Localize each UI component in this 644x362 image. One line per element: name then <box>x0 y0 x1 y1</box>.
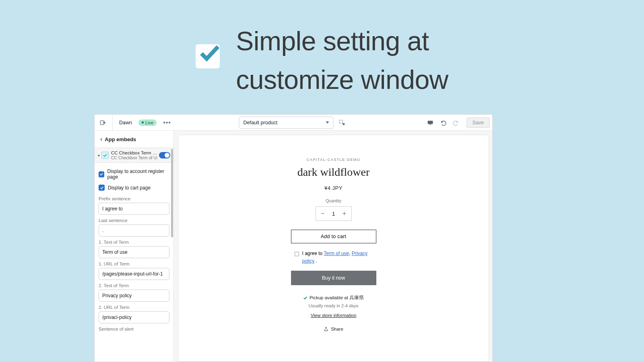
more-icon[interactable]: ••• <box>163 119 171 126</box>
redo-icon[interactable] <box>450 117 462 128</box>
term1-text-input[interactable]: Term of use <box>99 246 169 258</box>
theme-name: Dawn <box>119 120 132 125</box>
chevron-down-icon <box>326 121 329 123</box>
live-badge: Live <box>138 119 157 126</box>
agree-checkbox[interactable] <box>295 252 299 256</box>
inspector-icon[interactable] <box>337 117 348 128</box>
scrollbar[interactable] <box>171 149 173 237</box>
save-button[interactable]: Save <box>466 117 490 128</box>
sidebar-header: ‹ App embeds <box>95 131 173 148</box>
checkbox-icon <box>99 185 105 191</box>
checkbox-label: Display to cart page <box>108 185 151 191</box>
share-label: Share <box>331 327 343 331</box>
hero-line1: Simple setting at <box>236 22 448 61</box>
quantity-value: 1 <box>330 211 338 217</box>
embed-title: CC Checkbox Term of… <box>111 150 157 155</box>
prefix-input[interactable]: I agree to <box>99 203 169 215</box>
product-title: dark wildflower <box>297 166 370 179</box>
template-selector[interactable]: Default product <box>239 117 334 129</box>
chevron-down-icon: ▾ <box>98 153 100 158</box>
hero-headline: Simple setting at customize window <box>236 22 448 99</box>
field-label: 2. URL of Term <box>99 305 169 310</box>
field-label: 2. Text of Term <box>99 283 169 288</box>
share-button[interactable]: Share <box>324 327 343 331</box>
checkbox-register-page[interactable]: Display to account register page <box>99 166 169 182</box>
product-price: ¥4 JPY <box>324 185 343 191</box>
customize-window: Dawn Live ••• Default product Save <box>94 114 493 362</box>
term1-url-input[interactable]: /pages/please-input-url-for-1 <box>99 268 169 280</box>
quantity-plus[interactable]: + <box>338 210 351 217</box>
checkbox-cart-page[interactable]: Display to cart page <box>99 182 169 193</box>
checkbox-icon <box>99 171 104 177</box>
template-selector-label: Default product <box>244 120 278 125</box>
store-brand: CAPITAL-CASTLE-DEMO <box>307 158 360 162</box>
pickup-availability: Pickup available at 兵庫県 <box>303 295 364 301</box>
svg-rect-2 <box>427 121 433 124</box>
field-label: Last sentence <box>99 218 169 223</box>
last-sentence-input[interactable]: . <box>99 224 169 237</box>
buy-now-button[interactable]: Buy it now <box>291 271 376 285</box>
term1-link[interactable]: Term of use <box>324 251 349 256</box>
field-label: 1. Text of Term <box>99 240 169 245</box>
quantity-minus[interactable]: − <box>316 210 330 217</box>
embed-toggle[interactable] <box>159 152 170 158</box>
back-icon[interactable]: ‹ <box>100 136 102 143</box>
hero-section: Simple setting at customize window <box>0 0 644 99</box>
field-label: Sentence of alert <box>99 327 169 331</box>
embed-subtitle: CC Checkbox Term of Use <box>111 155 157 160</box>
checkbox-label: Display to account register page <box>107 169 169 180</box>
svg-rect-3 <box>429 124 431 125</box>
pickup-ready: Usually ready in 2-4 days <box>309 303 359 308</box>
agree-row: I agree to Term of use, Privacy policy . <box>295 250 380 265</box>
topbar: Dawn Live ••• Default product Save <box>95 115 492 131</box>
embed-item[interactable]: ▾ CC Checkbox Term of… CC Checkbox Term … <box>95 148 173 163</box>
field-label: 1. URL of Term <box>99 261 169 266</box>
term2-url-input[interactable]: /privaci-policy <box>99 311 169 323</box>
hero-line2: customize window <box>236 61 448 99</box>
desktop-view-icon[interactable] <box>425 117 436 128</box>
app-icon <box>101 152 109 159</box>
term2-text-input[interactable]: Privacy policy <box>99 290 169 302</box>
field-label: Prefix sentence <box>99 196 169 201</box>
store-info-link[interactable]: View store information <box>311 313 357 318</box>
agree-text: I agree to Term of use, Privacy policy . <box>302 250 380 265</box>
exit-icon[interactable] <box>97 117 108 128</box>
add-to-cart-button[interactable]: Add to cart <box>291 230 376 243</box>
undo-icon[interactable] <box>438 117 449 128</box>
quantity-stepper: − 1 + <box>316 206 352 221</box>
quantity-label: Quantity <box>326 198 341 203</box>
preview-pane: CAPITAL-CASTLE-DEMO dark wildflower ¥4 J… <box>178 135 489 362</box>
sidebar: ‹ App embeds ▾ CC Checkbox Term of… CC C… <box>95 131 174 362</box>
sidebar-title: App embeds <box>105 136 136 142</box>
checkmark-icon <box>196 44 220 68</box>
